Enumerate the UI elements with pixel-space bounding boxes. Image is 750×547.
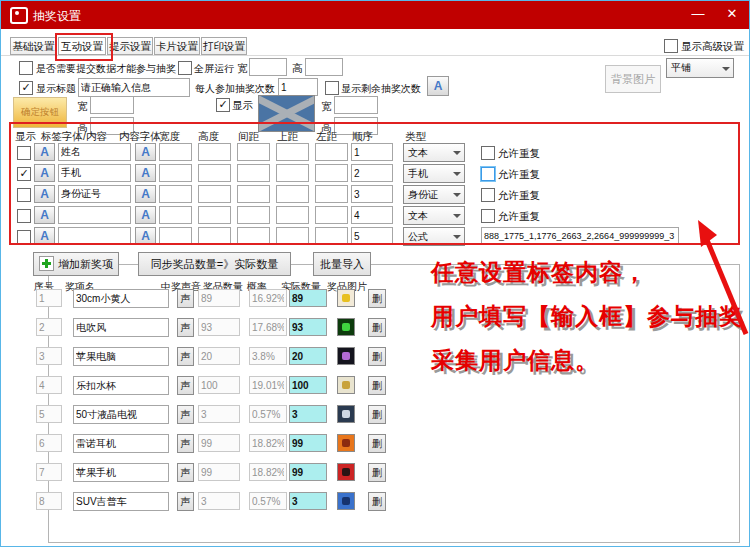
bg-tile-mode-select[interactable]: 平铺: [666, 58, 734, 78]
tab-basic-settings[interactable]: 基础设置: [10, 37, 57, 55]
water-bottle-icon[interactable]: [337, 376, 355, 394]
lc-height-input[interactable]: [198, 143, 231, 161]
lc-order-input[interactable]: [351, 143, 393, 161]
prize-actual-input[interactable]: [289, 463, 327, 481]
sound-button[interactable]: 声: [177, 376, 194, 395]
sound-button[interactable]: 声: [177, 347, 194, 366]
lc-top-input[interactable]: [276, 206, 309, 224]
label-content-input[interactable]: [58, 227, 131, 245]
jeep-car-icon[interactable]: [337, 492, 355, 510]
prize-actual-input[interactable]: [289, 347, 327, 365]
close-button[interactable]: ✕: [717, 1, 747, 29]
background-image-button[interactable]: 背景图片: [605, 65, 661, 93]
lc-gap-input[interactable]: [237, 206, 270, 224]
show-remaining-checkbox[interactable]: [325, 81, 339, 95]
fullscreen-checkbox[interactable]: [178, 61, 192, 75]
times-per-person-input[interactable]: [278, 78, 318, 96]
lc-show-checkbox[interactable]: [17, 230, 31, 244]
tv-icon[interactable]: [337, 405, 355, 423]
allow-repeat-checkbox[interactable]: [481, 167, 495, 181]
lc-width-input[interactable]: [159, 143, 192, 161]
lc-show-checkbox[interactable]: [17, 188, 31, 202]
lc-order-input[interactable]: [351, 206, 393, 224]
headphones-icon[interactable]: [337, 434, 355, 452]
content-font-button[interactable]: A: [135, 143, 156, 161]
prize-name-input[interactable]: [73, 463, 169, 482]
allow-repeat-checkbox[interactable]: [481, 146, 495, 160]
prize-name-input[interactable]: [73, 289, 169, 308]
lc-height-input[interactable]: [198, 227, 231, 245]
delete-button[interactable]: 删: [368, 492, 386, 511]
batch-import-button[interactable]: 批量导入: [313, 252, 371, 276]
label-content-input[interactable]: [58, 143, 131, 161]
require-submit-checkbox[interactable]: [19, 61, 33, 75]
lc-order-input[interactable]: [351, 227, 393, 245]
hair-dryer-icon[interactable]: [337, 318, 355, 336]
sound-button[interactable]: 声: [177, 405, 194, 424]
sound-button[interactable]: 声: [177, 318, 194, 337]
delete-button[interactable]: 删: [368, 405, 386, 424]
delete-button[interactable]: 删: [368, 318, 386, 337]
content-font-button[interactable]: A: [135, 185, 156, 203]
label-font-button[interactable]: A: [34, 206, 55, 224]
advanced-settings-checkbox[interactable]: [664, 39, 678, 53]
tab-card-settings[interactable]: 卡片设置: [154, 37, 200, 55]
lc-top-input[interactable]: [276, 164, 309, 182]
content-font-button[interactable]: A: [135, 206, 156, 224]
add-prize-button[interactable]: 增加新奖项: [33, 252, 119, 276]
content-font-button[interactable]: A: [135, 227, 156, 245]
prize-actual-input[interactable]: [289, 492, 327, 510]
tab-print-settings[interactable]: 打印设置: [201, 37, 247, 55]
lc-gap-input[interactable]: [237, 185, 270, 203]
label-content-input[interactable]: [58, 185, 131, 203]
lc-gap-input[interactable]: [237, 227, 270, 245]
lc-height-input[interactable]: [198, 185, 231, 203]
confirm-button-image[interactable]: 确定按钮: [13, 97, 67, 128]
prize-name-input[interactable]: [73, 492, 169, 511]
prize-name-input[interactable]: [73, 347, 169, 366]
lc-left-input[interactable]: [315, 227, 348, 245]
lc-width-input[interactable]: [159, 227, 192, 245]
formula-input[interactable]: [481, 227, 679, 245]
show-title-checkbox[interactable]: ✓: [19, 81, 33, 95]
lc-type-select[interactable]: 身份证: [403, 185, 465, 204]
sound-button[interactable]: 声: [177, 434, 194, 453]
lc-type-select[interactable]: 公式: [403, 227, 465, 246]
sound-button[interactable]: 声: [177, 289, 194, 308]
delete-button[interactable]: 删: [368, 376, 386, 395]
prize-name-input[interactable]: [73, 434, 169, 453]
lc-left-input[interactable]: [315, 164, 348, 182]
allow-repeat-checkbox[interactable]: [481, 188, 495, 202]
screen-height-input[interactable]: [305, 58, 343, 76]
allow-repeat-checkbox[interactable]: [481, 209, 495, 223]
label-font-button[interactable]: A: [34, 164, 55, 182]
close-button-image[interactable]: [258, 95, 315, 132]
lc-width-input[interactable]: [159, 185, 192, 203]
label-content-input[interactable]: [58, 164, 131, 182]
prize-name-input[interactable]: [73, 405, 169, 424]
remaining-font-button[interactable]: A: [427, 76, 449, 96]
lc-show-checkbox[interactable]: [17, 209, 31, 223]
confirm-width-input[interactable]: [90, 96, 134, 114]
lc-order-input[interactable]: [351, 164, 393, 182]
lc-left-input[interactable]: [315, 143, 348, 161]
delete-button[interactable]: 删: [368, 347, 386, 366]
lc-height-input[interactable]: [198, 164, 231, 182]
delete-button[interactable]: 删: [368, 463, 386, 482]
lc-top-input[interactable]: [276, 185, 309, 203]
label-font-button[interactable]: A: [34, 185, 55, 203]
delete-button[interactable]: 删: [368, 289, 386, 308]
label-font-button[interactable]: A: [34, 227, 55, 245]
lc-top-input[interactable]: [276, 227, 309, 245]
smartphone-icon[interactable]: [337, 463, 355, 481]
lc-type-select[interactable]: 文本: [403, 143, 465, 162]
lc-show-checkbox[interactable]: ✓: [17, 167, 31, 181]
lc-gap-input[interactable]: [237, 143, 270, 161]
tab-hint-settings[interactable]: 提示设置: [107, 37, 153, 55]
sound-button[interactable]: 声: [177, 463, 194, 482]
title-text-input[interactable]: [78, 78, 190, 97]
lc-width-input[interactable]: [159, 164, 192, 182]
lc-top-input[interactable]: [276, 143, 309, 161]
lc-type-select[interactable]: 文本: [403, 206, 465, 225]
lc-left-input[interactable]: [315, 206, 348, 224]
